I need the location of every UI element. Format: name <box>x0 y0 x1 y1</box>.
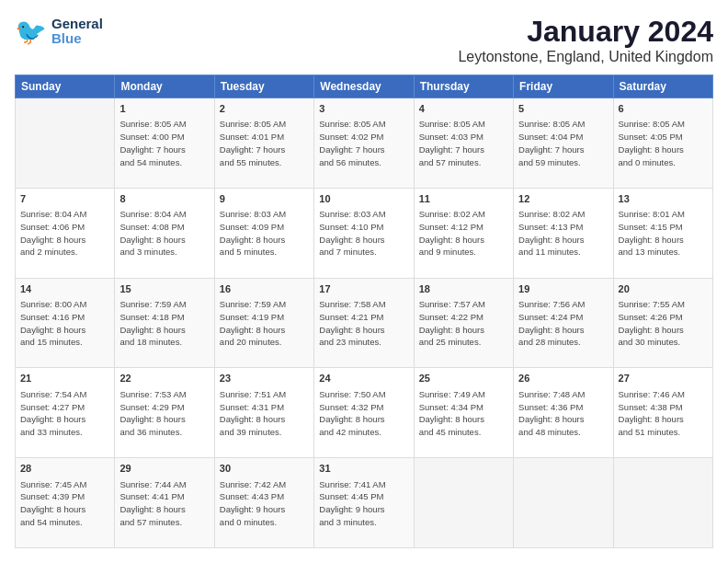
main-title: January 2024 <box>458 15 713 49</box>
calendar-cell: 23Sunrise: 7:51 AMSunset: 4:31 PMDayligh… <box>214 368 313 458</box>
logo: 🐦 General Blue <box>15 15 103 48</box>
day-number: 29 <box>119 462 209 476</box>
day-info: Sunrise: 8:05 AMSunset: 4:04 PMDaylight:… <box>518 118 608 168</box>
calendar-cell: 28Sunrise: 7:45 AMSunset: 4:39 PMDayligh… <box>16 458 115 548</box>
calendar-week-row: 28Sunrise: 7:45 AMSunset: 4:39 PMDayligh… <box>16 458 713 548</box>
day-number: 4 <box>419 102 508 116</box>
logo-bird-icon: 🐦 <box>15 15 48 48</box>
day-number: 1 <box>119 102 209 116</box>
day-number: 27 <box>619 372 708 385</box>
header: 🐦 General Blue January 2024 Leytonstone,… <box>15 15 713 65</box>
day-number: 22 <box>119 372 209 385</box>
day-number: 26 <box>518 372 608 385</box>
day-info: Sunrise: 8:05 AMSunset: 4:03 PMDaylight:… <box>419 118 508 168</box>
calendar-cell: 2Sunrise: 8:05 AMSunset: 4:01 PMDaylight… <box>214 98 313 189</box>
calendar-table: SundayMondayTuesdayWednesdayThursdayFrid… <box>15 75 713 548</box>
day-number: 6 <box>619 102 708 116</box>
day-number: 5 <box>518 102 608 116</box>
calendar-cell: 25Sunrise: 7:49 AMSunset: 4:34 PMDayligh… <box>414 368 513 458</box>
day-info: Sunrise: 7:48 AMSunset: 4:36 PMDaylight:… <box>518 388 608 439</box>
calendar-cell: 6Sunrise: 8:05 AMSunset: 4:05 PMDaylight… <box>613 98 712 189</box>
calendar-cell: 21Sunrise: 7:54 AMSunset: 4:27 PMDayligh… <box>16 368 115 458</box>
day-number: 28 <box>20 462 109 476</box>
day-number: 25 <box>419 372 508 385</box>
day-number: 15 <box>119 282 209 296</box>
day-number: 12 <box>518 192 608 206</box>
day-number: 2 <box>220 102 309 116</box>
calendar-cell <box>414 458 513 548</box>
calendar-cell: 4Sunrise: 8:05 AMSunset: 4:03 PMDaylight… <box>414 98 513 189</box>
calendar-cell: 17Sunrise: 7:58 AMSunset: 4:21 PMDayligh… <box>314 278 414 368</box>
day-number: 20 <box>619 282 708 296</box>
calendar-cell: 27Sunrise: 7:46 AMSunset: 4:38 PMDayligh… <box>613 368 712 458</box>
day-number: 11 <box>419 192 508 206</box>
day-number: 21 <box>20 372 109 385</box>
calendar-week-row: 14Sunrise: 8:00 AMSunset: 4:16 PMDayligh… <box>16 278 713 368</box>
day-number: 17 <box>319 282 408 296</box>
calendar-day-header: Monday <box>115 75 214 98</box>
day-info: Sunrise: 7:41 AMSunset: 4:45 PMDaylight:… <box>319 478 408 529</box>
calendar-cell: 29Sunrise: 7:44 AMSunset: 4:41 PMDayligh… <box>115 458 214 548</box>
day-number: 10 <box>319 192 408 206</box>
logo-blue-text: Blue <box>51 31 103 47</box>
calendar-day-header: Tuesday <box>214 75 313 98</box>
day-info: Sunrise: 8:05 AMSunset: 4:02 PMDaylight:… <box>319 118 408 168</box>
calendar-day-header: Saturday <box>613 75 712 98</box>
day-info: Sunrise: 7:45 AMSunset: 4:39 PMDaylight:… <box>20 478 109 529</box>
calendar-cell: 24Sunrise: 7:50 AMSunset: 4:32 PMDayligh… <box>314 368 414 458</box>
day-number: 19 <box>518 282 608 296</box>
day-number: 31 <box>319 462 408 476</box>
day-number: 7 <box>20 192 109 206</box>
day-number: 8 <box>119 192 209 206</box>
day-info: Sunrise: 7:56 AMSunset: 4:24 PMDaylight:… <box>518 298 608 349</box>
calendar-cell: 19Sunrise: 7:56 AMSunset: 4:24 PMDayligh… <box>514 278 613 368</box>
calendar-header-row: SundayMondayTuesdayWednesdayThursdayFrid… <box>16 75 713 98</box>
calendar-day-header: Thursday <box>414 75 513 98</box>
calendar-cell: 3Sunrise: 8:05 AMSunset: 4:02 PMDaylight… <box>314 98 414 189</box>
calendar-cell: 26Sunrise: 7:48 AMSunset: 4:36 PMDayligh… <box>514 368 613 458</box>
calendar-cell: 7Sunrise: 8:04 AMSunset: 4:06 PMDaylight… <box>16 188 115 278</box>
calendar-cell: 8Sunrise: 8:04 AMSunset: 4:08 PMDaylight… <box>115 188 214 278</box>
calendar-cell: 30Sunrise: 7:42 AMSunset: 4:43 PMDayligh… <box>214 458 313 548</box>
day-info: Sunrise: 7:46 AMSunset: 4:38 PMDaylight:… <box>619 388 708 439</box>
title-block: January 2024 Leytonstone, England, Unite… <box>458 15 713 65</box>
page: 🐦 General Blue January 2024 Leytonstone,… <box>0 0 728 563</box>
day-number: 16 <box>220 282 309 296</box>
day-info: Sunrise: 7:51 AMSunset: 4:31 PMDaylight:… <box>220 388 309 439</box>
day-number: 23 <box>220 372 309 385</box>
day-number: 30 <box>220 462 309 476</box>
day-info: Sunrise: 7:58 AMSunset: 4:21 PMDaylight:… <box>319 298 408 349</box>
calendar-day-header: Sunday <box>16 75 115 98</box>
day-info: Sunrise: 7:53 AMSunset: 4:29 PMDaylight:… <box>119 388 209 439</box>
day-info: Sunrise: 8:04 AMSunset: 4:08 PMDaylight:… <box>119 208 209 259</box>
calendar-cell: 10Sunrise: 8:03 AMSunset: 4:10 PMDayligh… <box>314 188 414 278</box>
calendar-cell: 11Sunrise: 8:02 AMSunset: 4:12 PMDayligh… <box>414 188 513 278</box>
calendar-cell: 16Sunrise: 7:59 AMSunset: 4:19 PMDayligh… <box>214 278 313 368</box>
calendar-cell <box>514 458 613 548</box>
calendar-day-header: Wednesday <box>314 75 414 98</box>
calendar-cell: 9Sunrise: 8:03 AMSunset: 4:09 PMDaylight… <box>214 188 313 278</box>
day-number: 13 <box>619 192 708 206</box>
day-info: Sunrise: 8:04 AMSunset: 4:06 PMDaylight:… <box>20 208 109 259</box>
subtitle: Leytonstone, England, United Kingdom <box>458 49 713 65</box>
day-info: Sunrise: 7:42 AMSunset: 4:43 PMDaylight:… <box>220 478 309 529</box>
calendar-cell: 14Sunrise: 8:00 AMSunset: 4:16 PMDayligh… <box>16 278 115 368</box>
calendar-cell: 1Sunrise: 8:05 AMSunset: 4:00 PMDaylight… <box>115 98 214 189</box>
day-info: Sunrise: 7:59 AMSunset: 4:19 PMDaylight:… <box>220 298 309 349</box>
logo-label: General Blue <box>51 17 103 47</box>
calendar-cell <box>16 98 115 189</box>
day-info: Sunrise: 7:54 AMSunset: 4:27 PMDaylight:… <box>20 388 109 439</box>
day-info: Sunrise: 8:05 AMSunset: 4:00 PMDaylight:… <box>119 118 209 168</box>
day-info: Sunrise: 8:03 AMSunset: 4:10 PMDaylight:… <box>319 208 408 259</box>
day-info: Sunrise: 8:05 AMSunset: 4:01 PMDaylight:… <box>220 118 309 168</box>
day-info: Sunrise: 8:03 AMSunset: 4:09 PMDaylight:… <box>220 208 309 259</box>
calendar-week-row: 1Sunrise: 8:05 AMSunset: 4:00 PMDaylight… <box>16 98 713 189</box>
day-info: Sunrise: 7:57 AMSunset: 4:22 PMDaylight:… <box>419 298 508 349</box>
day-info: Sunrise: 8:01 AMSunset: 4:15 PMDaylight:… <box>619 208 708 259</box>
logo-general-text: General <box>51 17 103 32</box>
calendar-day-header: Friday <box>514 75 613 98</box>
calendar-cell: 20Sunrise: 7:55 AMSunset: 4:26 PMDayligh… <box>613 278 712 368</box>
calendar-cell: 22Sunrise: 7:53 AMSunset: 4:29 PMDayligh… <box>115 368 214 458</box>
day-info: Sunrise: 7:59 AMSunset: 4:18 PMDaylight:… <box>119 298 209 349</box>
calendar-cell: 5Sunrise: 8:05 AMSunset: 4:04 PMDaylight… <box>514 98 613 189</box>
